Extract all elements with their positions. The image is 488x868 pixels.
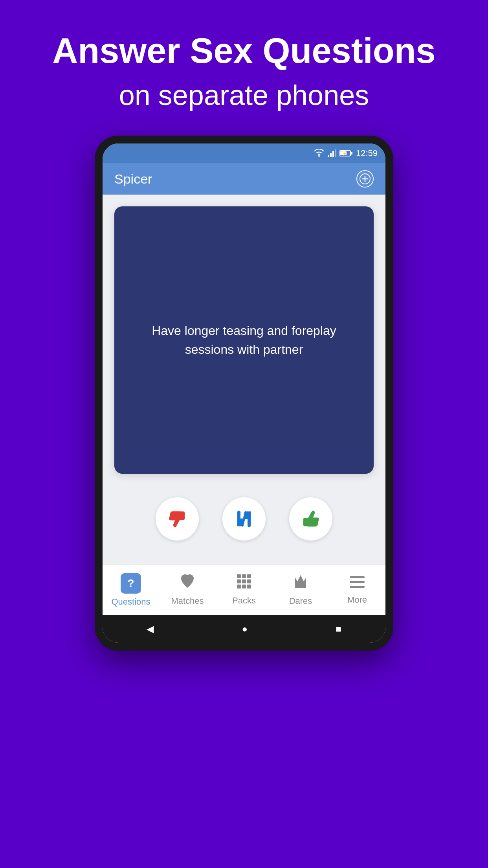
svg-rect-23	[350, 581, 365, 583]
nav-label-questions: Questions	[111, 597, 150, 607]
phone-screen: ⚡ 12:59 Spicer Have longer teasing and f…	[103, 143, 385, 643]
svg-rect-19	[242, 585, 246, 588]
packs-icon	[237, 574, 251, 592]
status-bar: ⚡ 12:59	[103, 143, 385, 163]
svg-point-0	[318, 155, 320, 157]
home-button[interactable]: ●	[242, 623, 248, 634]
nav-label-more: More	[347, 595, 367, 605]
status-icons: ⚡ 12:59	[314, 148, 378, 158]
content-area: Have longer teasing and foreplay session…	[103, 195, 385, 564]
battery-icon: ⚡	[339, 150, 353, 157]
action-buttons	[156, 489, 332, 552]
nav-item-dares[interactable]: Dares	[272, 574, 329, 606]
add-button[interactable]	[356, 170, 374, 188]
status-time: 12:59	[356, 148, 378, 158]
nav-item-more[interactable]: More	[329, 575, 385, 605]
svg-rect-7	[351, 152, 352, 154]
svg-rect-22	[350, 576, 365, 578]
matches-icon	[180, 574, 194, 593]
signal-icon	[328, 149, 336, 157]
svg-rect-14	[247, 574, 251, 578]
svg-rect-18	[237, 585, 241, 588]
back-button[interactable]: ◀	[147, 623, 154, 634]
svg-rect-12	[237, 574, 241, 578]
dislike-button[interactable]	[156, 497, 199, 541]
svg-rect-24	[350, 586, 365, 588]
svg-rect-16	[242, 579, 246, 583]
svg-rect-20	[247, 585, 251, 588]
questions-icon: ?	[121, 573, 141, 594]
app-title: Spicer	[114, 171, 152, 187]
recent-button[interactable]: ■	[336, 623, 341, 634]
nav-label-packs: Packs	[232, 596, 256, 606]
svg-rect-17	[247, 579, 251, 583]
svg-rect-21	[295, 586, 306, 588]
svg-rect-2	[330, 153, 332, 157]
nav-label-matches: Matches	[171, 596, 204, 606]
wifi-icon	[314, 149, 325, 157]
svg-rect-13	[242, 574, 246, 578]
nav-item-matches[interactable]: Matches	[159, 574, 216, 606]
nav-label-dares: Dares	[289, 596, 312, 606]
question-text: Have longer teasing and foreplay session…	[130, 321, 358, 359]
app-bar: Spicer	[103, 163, 385, 195]
svg-rect-15	[237, 579, 241, 583]
question-card: Have longer teasing and foreplay session…	[114, 206, 374, 474]
svg-rect-4	[335, 149, 336, 157]
dares-icon	[294, 574, 308, 593]
hero-section: Answer Sex Questions on separate phones	[29, 31, 459, 112]
svg-rect-3	[332, 151, 334, 157]
more-icon	[350, 575, 365, 592]
nav-item-questions[interactable]: ? Questions	[103, 573, 159, 607]
nav-item-packs[interactable]: Packs	[216, 574, 272, 606]
both-button[interactable]	[222, 497, 266, 541]
svg-rect-1	[328, 155, 329, 157]
phone-shell: ⚡ 12:59 Spicer Have longer teasing and f…	[95, 136, 393, 651]
hero-title: Answer Sex Questions	[52, 31, 435, 70]
like-button[interactable]	[289, 497, 332, 541]
hero-subtitle: on separate phones	[52, 78, 435, 112]
android-nav-bar: ◀ ● ■	[103, 615, 385, 643]
bottom-nav: ? Questions Matches	[103, 564, 385, 615]
svg-text:⚡: ⚡	[342, 151, 347, 156]
